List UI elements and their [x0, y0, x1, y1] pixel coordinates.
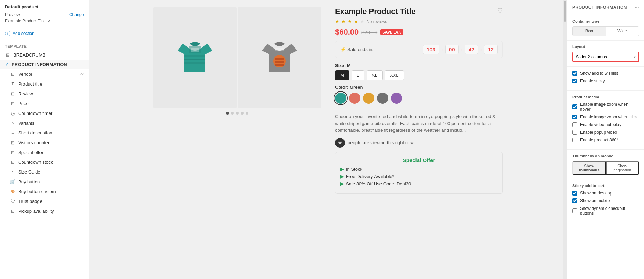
dot-2[interactable] [231, 112, 234, 115]
video-autoplay-label: Enable video autoplay [580, 122, 621, 127]
preview-label: Preview [5, 12, 20, 17]
add-to-wishlist-row: Show add to wishlist [572, 71, 639, 76]
timer-hours: 103 [423, 45, 439, 54]
dynamic-checkout-checkbox[interactable] [572, 208, 577, 213]
thumbnails-label: Thumbnails on mobile [572, 154, 639, 158]
show-mobile-checkbox[interactable] [572, 198, 577, 203]
change-button[interactable]: Change [69, 12, 84, 17]
image-zoom-click-label: Enable image zoom when click [580, 115, 638, 119]
show-desktop-checkbox[interactable] [572, 191, 577, 196]
image-zoom-hover-checkbox[interactable] [572, 104, 577, 109]
popup-video-checkbox[interactable] [572, 130, 577, 135]
size-btn-l[interactable]: L [352, 70, 364, 80]
color-purple[interactable] [391, 93, 402, 104]
container-btn-wide[interactable]: Wide [606, 27, 639, 36]
sidebar-item-label: Buy button custom [18, 189, 84, 194]
sale-timer: ⚡ Sale ends in: 103 : 00 : 42 : 12 [335, 41, 503, 58]
layout-select-wrapper: Slider 2 columns Slider 1 column Grid 2 … [572, 52, 639, 62]
eye-icon: 👁 [335, 138, 345, 148]
sidebar-item-short-description[interactable]: ≡ Short description [0, 128, 89, 138]
wishlist-sticky-section: Show add to wishlist Enable sticky [567, 67, 644, 91]
sidebar-item-product-title[interactable]: T Product title [0, 79, 89, 89]
show-thumbnails-btn[interactable]: Show thumbnails [573, 161, 606, 175]
sidebar-item-label: Vendor [18, 72, 77, 77]
product-360-checkbox[interactable] [572, 138, 577, 142]
color-coral[interactable] [349, 93, 360, 104]
color-amber[interactable] [363, 93, 374, 104]
star-3: ★ [348, 19, 352, 24]
sidebar-item-buy-button-custom[interactable]: 🎨 Buy button custom [0, 186, 89, 196]
clock-icon: ◷ [10, 110, 15, 116]
color-gray[interactable] [377, 93, 388, 104]
thumbnails-section: Thumbnails on mobile Show thumbnails Sho… [567, 150, 644, 179]
template-label: Template [0, 42, 89, 50]
sidebar-item-trust-badge[interactable]: 🛡 Trust badge [0, 196, 89, 206]
pickup-icon: ⊡ [10, 208, 15, 214]
sidebar-item-countdown-timer[interactable]: ◷ Countdown timer [0, 108, 89, 118]
video-autoplay-checkbox[interactable] [572, 122, 577, 127]
offer-arrow-2: ▶ [340, 174, 344, 179]
text-icon: T [10, 81, 15, 87]
sidebar-item-size-guide[interactable]: ● Size Guide [0, 167, 89, 177]
size-btn-m[interactable]: M [335, 70, 349, 80]
current-price: $60.00 [335, 28, 359, 37]
container-btn-box[interactable]: Box [573, 27, 606, 36]
product-title: Example Product Title [335, 7, 416, 16]
dot-5[interactable] [246, 112, 248, 115]
sidebar-item-label: Product title [18, 81, 84, 87]
dot-3[interactable] [236, 112, 239, 115]
sidebar-item-label: Countdown timer [18, 111, 84, 116]
enable-sticky-checkbox[interactable] [572, 79, 577, 83]
sidebar-item-variants[interactable]: ○ Variants [0, 118, 89, 128]
show-mobile-row: Show on mobile [572, 198, 639, 203]
offer-item-1: ▶ In Stock [340, 167, 498, 172]
sidebar-item-breadcrumb[interactable]: ⊞ BREADCRUMB [0, 50, 89, 60]
scroll-bar[interactable] [563, 0, 567, 279]
sidebar-item-vendor[interactable]: ⊡ Vendor 👁 [0, 69, 89, 79]
special-offer-box: Special Offer ▶ In Stock ▶ Free Delivery… [335, 152, 503, 194]
save-badge: SAVE 14% [380, 29, 403, 35]
svg-rect-4 [275, 58, 284, 60]
preview-row: Preview Change [5, 12, 84, 17]
sidebar-item-pickup-availability[interactable]: ⊡ Pickup availability [0, 206, 89, 216]
dot-4[interactable] [241, 112, 244, 115]
svg-rect-1 [191, 48, 199, 52]
image-slide-2 [238, 7, 321, 108]
sidebar-item-countdown-stock[interactable]: ⊡ Countdown stock [0, 157, 89, 167]
product-link[interactable]: Example Product Title ↗ [5, 19, 84, 23]
wishlist-heart-icon[interactable]: ♡ [497, 7, 503, 15]
timer-ms: 12 [484, 45, 498, 54]
image-zoom-click-checkbox[interactable] [572, 115, 577, 119]
timer-sep-2: : [461, 46, 463, 52]
sidebar-item-special-offer[interactable]: ⊡ Special offer [0, 147, 89, 157]
color-teal[interactable] [335, 93, 346, 104]
sidebar-item-price[interactable]: ⊡ Price [0, 98, 89, 108]
size-btn-xxl[interactable]: XXL [385, 70, 404, 80]
svg-rect-5 [275, 61, 284, 63]
dot-1[interactable] [226, 112, 229, 115]
offer-arrow-1: ▶ [340, 167, 344, 172]
sidebar-item-label: Pickup availability [18, 208, 84, 214]
sidebar-item-visitors-counter[interactable]: ⊡ Visitors counter [0, 138, 89, 147]
timer-label: ⚡ Sale ends in: [340, 47, 374, 52]
product-info: Example Product Title ♡ ★ ★ ★ ★ ★ No rev… [335, 7, 503, 194]
sidebar-item-product-information[interactable]: ✓ PRODUCT INFORMATION [0, 60, 89, 69]
sidebar-item-review[interactable]: ⊡ Review [0, 89, 89, 98]
color-options [335, 93, 503, 104]
show-pagination-btn[interactable]: Show pagination [606, 161, 639, 175]
star-2: ★ [341, 19, 346, 24]
panel-more-icon[interactable]: ··· [635, 4, 639, 10]
size-row: Size: M M L XL XXL [335, 63, 503, 80]
bolt-icon: ⚡ [340, 47, 346, 52]
slider-dots [153, 112, 321, 115]
add-to-wishlist-checkbox[interactable] [572, 71, 577, 76]
scroll-thumb[interactable] [564, 1, 566, 22]
add-section-button[interactable]: + Add section [0, 28, 89, 39]
product-images [153, 7, 321, 194]
sidebar-item-label: Size Guide [18, 169, 84, 175]
size-btn-xl[interactable]: XL [367, 70, 383, 80]
sidebar-item-buy-button[interactable]: 🛒 Buy button [0, 177, 89, 186]
size-guide-icon: ● [10, 169, 15, 175]
enable-sticky-label: Enable sticky [580, 79, 605, 83]
layout-select[interactable]: Slider 2 columns Slider 1 column Grid 2 … [573, 52, 638, 61]
